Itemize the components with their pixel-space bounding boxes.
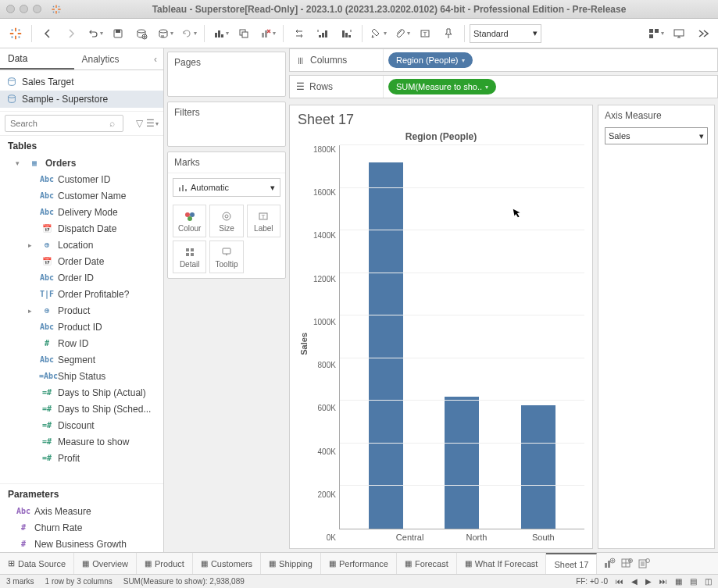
sheet-tab[interactable]: Sheet 17: [546, 553, 597, 574]
rows-pill-measure[interactable]: SUM(Measure to sho..▾: [388, 79, 496, 94]
sheet-tab[interactable]: ▦Shipping: [261, 553, 321, 574]
label-button[interactable]: TLabel: [247, 205, 280, 237]
visualization[interactable]: Sheet 17 Region (People) Sales 1800K1600…: [289, 105, 593, 549]
rows-shelf[interactable]: ☰Rows SUM(Measure to sho..▾: [289, 75, 718, 98]
presentation-button[interactable]: [668, 23, 690, 45]
nav-last-icon[interactable]: ⏭: [659, 577, 667, 586]
new-story-tab-button[interactable]: [638, 558, 650, 570]
maximize-window-icon[interactable]: [33, 5, 41, 13]
field-item[interactable]: AbcCustomer Name: [0, 187, 163, 204]
axis-measure-dropdown[interactable]: Sales▾: [605, 127, 708, 144]
field-item[interactable]: AbcProduct ID: [0, 319, 163, 335]
pin-button[interactable]: [438, 23, 459, 45]
bar-mark[interactable]: [521, 405, 555, 529]
field-item[interactable]: =AbcShip Status: [0, 368, 163, 384]
filter-icon[interactable]: ▽: [135, 116, 143, 130]
columns-icon: ⫼: [296, 55, 305, 66]
sheet-tab[interactable]: ▦What If Forecast: [457, 553, 547, 574]
filmstrip-icon[interactable]: ▦: [675, 577, 682, 586]
datasource-item[interactable]: Sample - Superstore: [0, 91, 163, 108]
marks-type-dropdown[interactable]: Automatic ▾: [173, 178, 280, 197]
filters-shelf[interactable]: Filters: [167, 102, 286, 147]
parameter-item[interactable]: #Churn Rate: [0, 519, 163, 536]
data-source-tab[interactable]: ⊞Data Source: [0, 553, 74, 574]
sort-desc-button[interactable]: [335, 23, 357, 45]
field-item[interactable]: #Row ID: [0, 335, 163, 351]
field-item[interactable]: 📅Order Date: [0, 253, 163, 269]
close-window-icon[interactable]: [6, 5, 15, 13]
colour-button[interactable]: Colour: [173, 205, 206, 237]
field-item[interactable]: AbcSegment: [0, 351, 163, 368]
svg-point-24: [9, 78, 16, 81]
bar-mark[interactable]: [445, 397, 479, 529]
refresh-button[interactable]: [177, 23, 199, 45]
parameter-item[interactable]: AbcAxis Measure: [0, 503, 163, 519]
field-item[interactable]: =#Profit: [0, 450, 163, 466]
nav-first-icon[interactable]: ⏮: [616, 577, 623, 586]
columns-pill-region[interactable]: Region (People)▾: [388, 52, 473, 68]
bar-mark[interactable]: [369, 162, 403, 529]
field-item[interactable]: AbcOrder ID: [0, 269, 163, 286]
svg-point-31: [188, 216, 192, 221]
undo-button[interactable]: [84, 23, 105, 45]
size-button[interactable]: Size: [209, 205, 243, 237]
datasource-item[interactable]: Sales Target: [0, 73, 163, 91]
detail-button[interactable]: Detail: [173, 241, 206, 273]
field-item[interactable]: 📅Dispatch Date: [0, 220, 163, 237]
sort-view-icon[interactable]: ▤: [690, 577, 697, 586]
fit-dropdown[interactable]: Standard▾: [470, 24, 541, 43]
more-toolbar-button[interactable]: [691, 23, 713, 45]
search-input[interactable]: [5, 115, 123, 132]
field-item[interactable]: =#Days to Ship (Actual): [0, 384, 163, 401]
sheet-tab[interactable]: ▦Product: [137, 553, 193, 574]
field-item[interactable]: =#Discount: [0, 417, 163, 433]
new-dashboard-tab-button[interactable]: [620, 558, 633, 570]
duplicate-sheet-button[interactable]: [233, 23, 255, 45]
sheet-tab[interactable]: ▦Overview: [74, 553, 137, 574]
datatype-icon: Abc: [39, 323, 55, 331]
minimize-window-icon[interactable]: [20, 5, 28, 13]
sort-asc-button[interactable]: [312, 23, 334, 45]
tab-data[interactable]: Data: [0, 48, 74, 69]
new-worksheet-button[interactable]: [209, 23, 231, 45]
pages-shelf[interactable]: Pages: [167, 52, 286, 97]
clear-sheet-button[interactable]: [256, 23, 278, 45]
field-item[interactable]: AbcCustomer ID: [0, 171, 163, 187]
window-controls[interactable]: [6, 5, 41, 13]
show-tabs-icon[interactable]: ◫: [705, 577, 712, 586]
view-options-icon[interactable]: ☰: [146, 116, 159, 130]
field-item[interactable]: =#Days to Ship (Sched...: [0, 401, 163, 417]
collapse-sidebar-button[interactable]: ‹: [148, 48, 163, 69]
sheet-tab[interactable]: ▦Customers: [193, 553, 261, 574]
show-me-button[interactable]: [645, 23, 666, 45]
highlight-button[interactable]: [367, 23, 389, 45]
back-button[interactable]: [37, 23, 59, 45]
save-button[interactable]: [107, 23, 129, 45]
datatype-icon: Abc: [39, 208, 55, 216]
field-item[interactable]: =#Measure to show: [0, 433, 163, 450]
bars-zone[interactable]: [339, 145, 584, 529]
sheet-tab[interactable]: ▦Performance: [321, 553, 397, 574]
sheet-tab[interactable]: ▦Forecast: [397, 553, 457, 574]
tableau-start-button[interactable]: [5, 23, 27, 45]
forward-button[interactable]: [60, 23, 82, 45]
columns-shelf[interactable]: ⫼Columns Region (People)▾: [289, 48, 718, 72]
field-item[interactable]: ▸⊕Location: [0, 237, 163, 253]
field-item[interactable]: AbcDelivery Mode: [0, 204, 163, 220]
new-data-button[interactable]: [130, 23, 152, 45]
field-item[interactable]: T|FOrder Profitable?: [0, 286, 163, 302]
nav-prev-icon[interactable]: ◀: [631, 577, 638, 586]
table-group-orders[interactable]: ▾ ▦ Orders: [0, 155, 163, 171]
tooltip-button[interactable]: Tooltip: [209, 241, 243, 273]
swap-button[interactable]: [288, 23, 310, 45]
sheet-title[interactable]: Sheet 17: [298, 112, 584, 128]
field-item[interactable]: ▸⊕Product: [0, 302, 163, 319]
attach-button[interactable]: [391, 23, 413, 45]
tab-analytics[interactable]: Analytics: [74, 48, 148, 69]
new-worksheet-tab-button[interactable]: [603, 558, 616, 570]
worksheet-icon: ▦: [269, 559, 276, 568]
parameter-item[interactable]: #New Business Growth: [0, 536, 163, 552]
nav-next-icon[interactable]: ▶: [645, 577, 652, 586]
text-box-button[interactable]: T: [414, 23, 436, 45]
pause-updates-button[interactable]: [154, 23, 176, 45]
